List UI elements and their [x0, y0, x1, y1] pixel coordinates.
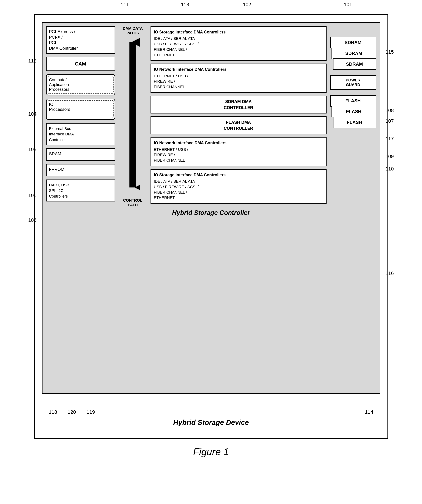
cam-label: CAM: [75, 61, 86, 67]
uart-label: UART, USB,SPI, I2CControllers: [49, 183, 71, 198]
io-network-bot-title: IO Network Interface DMA Controllers: [154, 140, 323, 146]
io-network-top-body: ETHERNET / USB /FIREWIRE /FIBER CHANNEL: [154, 73, 323, 90]
io-processors-label: IOProcessors: [49, 102, 70, 112]
ref-117: 117: [386, 136, 394, 142]
ref-116: 116: [386, 270, 394, 276]
sdram-block-2: SDRAM: [332, 48, 376, 59]
diagram-wrapper: 111 113 102 101 112 104 103 105 106 115 …: [25, 14, 397, 439]
figure-caption: Figure 1: [193, 446, 229, 457]
ext-bus-block: External BusInterface DMAController: [46, 123, 115, 145]
io-storage-bot-title: IO Storage Interface DMA Controllers: [154, 172, 323, 178]
ref-114: 114: [365, 409, 373, 415]
ref-102: 102: [243, 2, 251, 7]
ref-105: 105: [28, 193, 37, 198]
far-right-column: SDRAM SDRAM SDRAM POWERGUARD FLASH FLASH: [326, 26, 376, 207]
sdram-block: SDRAM: [330, 37, 376, 48]
io-network-top-title: IO Network Interface DMA Controllers: [154, 66, 323, 72]
ref-113: 113: [181, 2, 189, 7]
flash-block-1: FLASH: [330, 95, 376, 107]
flash-stack: FLASH FLASH FLASH: [330, 95, 376, 128]
flash-dma-label: FLASH DMACONTROLLER: [224, 119, 253, 131]
io-network-bot-body: ETHERNET / USB /FIREWIRE /FIBER CHANNEL: [154, 147, 323, 163]
uart-block: UART, USB,SPI, I2CControllers: [46, 180, 115, 202]
io-network-bot-block: IO Network Interface DMA Controllers ETH…: [151, 137, 326, 166]
sdram-dma-label: SDRAM DMACONTROLLER: [224, 99, 253, 110]
power-guard-block: POWERGUARD: [330, 75, 376, 90]
flash-block-2: FLASH: [332, 106, 376, 117]
ref-106: 106: [28, 217, 37, 223]
fprom-label: FPROM: [49, 167, 65, 172]
ref-111: 111: [121, 2, 129, 7]
io-storage-top-body: IDE / ATA / SERIAL ATAUSB / FIREWIRE / S…: [154, 36, 323, 58]
ref-101: 101: [344, 2, 352, 7]
page-container: 111 113 102 101 112 104 103 105 106 115 …: [16, 4, 406, 457]
ref-115: 115: [386, 49, 394, 55]
flash-dma-block: FLASH DMACONTROLLER: [151, 116, 326, 134]
left-column: PCI-Express /PCI-X /PCIDMA Controller CA…: [46, 26, 117, 207]
cam-block: CAM: [46, 57, 115, 71]
ext-bus-label: External BusInterface DMAController: [49, 126, 74, 142]
compute-label: Compute/ApplicationProcessors: [49, 78, 69, 92]
sdram-dma-block: SDRAM DMACONTROLLER: [151, 96, 326, 114]
io-processors-block: IOProcessors: [46, 99, 115, 120]
ref-110: 110: [386, 166, 394, 172]
right-column: IO Storage Interface DMA Controllers IDE…: [149, 26, 326, 207]
io-storage-bot-block: IO Storage Interface DMA Controllers IDE…: [151, 169, 326, 204]
ref-112: 112: [28, 58, 37, 64]
sdram-stack: SDRAM SDRAM SDRAM: [330, 37, 376, 70]
control-path-label: CONTROLPATH: [123, 198, 142, 207]
io-network-top-block: IO Network Interface DMA Controllers ETH…: [151, 64, 326, 93]
sdram-block-3: SDRAM: [333, 58, 376, 70]
outer-device-box: 112 104 103 105 106 115 108 107 117 109 …: [34, 14, 388, 439]
ref-103: 103: [28, 147, 37, 152]
ref-104: 104: [28, 111, 37, 117]
pci-block: PCI-Express /PCI-X /PCIDMA Controller: [46, 26, 115, 54]
ref-119: 119: [87, 409, 95, 415]
io-storage-bot-body: IDE / ATA / SERIAL ATAUSB / FIREWIRE / S…: [154, 179, 323, 201]
pci-label: PCI-Express /PCI-X /PCIDMA Controller: [49, 29, 78, 51]
center-column: DMA DATAPATHS: [117, 26, 149, 207]
dma-paths-label: DMA DATAPATHS: [123, 26, 143, 36]
ref-120: 120: [68, 409, 76, 415]
io-storage-top-block: IO Storage Interface DMA Controllers IDE…: [151, 26, 326, 61]
sram-label: SRAM: [49, 151, 61, 156]
sram-block: SRAM: [46, 148, 115, 161]
inner-controller-box: 112 104 103 105 106 115 108 107 117 109 …: [42, 22, 380, 394]
ref-109: 109: [386, 154, 394, 159]
main-content-area: PCI-Express /PCI-X /PCIDMA Controller CA…: [46, 26, 376, 207]
flash-block-3: FLASH: [333, 117, 376, 128]
controller-label: Hybrid Storage Controller: [46, 207, 376, 219]
ref-108: 108: [386, 108, 394, 113]
ref-107: 107: [386, 118, 394, 124]
arrow-up-svg: [126, 37, 140, 196]
ref-118: 118: [49, 409, 57, 415]
device-label: Hybrid Storage Device: [35, 419, 387, 430]
fprom-block: FPROM: [46, 164, 115, 176]
compute-block: Compute/ApplicationProcessors: [46, 74, 115, 96]
io-storage-top-title: IO Storage Interface DMA Controllers: [154, 29, 323, 35]
